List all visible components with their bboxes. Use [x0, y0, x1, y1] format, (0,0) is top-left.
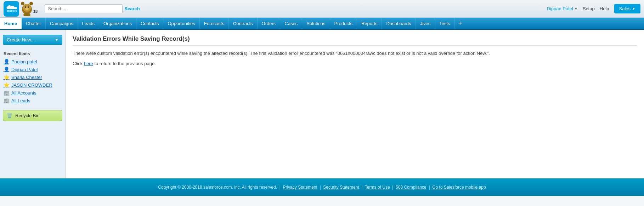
svg-point-5: [25, 6, 26, 8]
sidebar-item-poojan[interactable]: 👤 Poojan patel: [0, 58, 65, 65]
error-return: Click here to return to the previous pag…: [73, 60, 637, 68]
nav-item-chatter[interactable]: Chatter: [22, 18, 46, 29]
nav-item-dashboards[interactable]: Dashboards: [382, 18, 416, 29]
header: salesforce 18 Search Dippan Patel ▼: [0, 0, 644, 18]
sidebar-item-sharla[interactable]: ⭐ Sharla Chester: [0, 73, 65, 81]
nav-item-cases[interactable]: Cases: [280, 18, 302, 29]
error-title: Validation Errors While Saving Record(s): [73, 35, 637, 46]
privacy-statement-link[interactable]: Privacy Statement: [283, 185, 317, 190]
create-new-arrow: ▼: [55, 38, 58, 42]
contact-icon-poojan: 👤: [4, 59, 9, 64]
svg-point-6: [28, 6, 29, 8]
sales-arrow: ▼: [632, 7, 635, 11]
sales-button[interactable]: Sales ▼: [614, 4, 640, 13]
nav-item-products[interactable]: Products: [330, 18, 357, 29]
compliance-link[interactable]: 508 Compliance: [396, 185, 426, 190]
svg-point-1: [21, 2, 24, 5]
navbar: Home Chatter Campaigns Leads Organizatio…: [0, 18, 644, 30]
search-button[interactable]: Search: [124, 6, 140, 11]
return-link[interactable]: here: [84, 61, 93, 66]
nav-item-campaigns[interactable]: Campaigns: [46, 18, 78, 29]
nav-item-home[interactable]: Home: [0, 18, 22, 29]
nav-item-solutions[interactable]: Solutions: [302, 18, 330, 29]
nav-item-reports[interactable]: Reports: [357, 18, 382, 29]
nav-item-contacts[interactable]: Contacts: [136, 18, 163, 29]
user-menu-arrow: ▼: [574, 7, 578, 11]
nav-item-contracts[interactable]: Contracts: [229, 18, 258, 29]
recent-items-title: Recent Items: [0, 49, 65, 58]
nav-item-jives[interactable]: Jives: [416, 18, 435, 29]
user-menu[interactable]: Dippan Patel ▼: [547, 6, 577, 11]
nav-item-tests[interactable]: Tests: [435, 18, 454, 29]
recycle-bin-button[interactable]: 🗑️ Recycle Bin: [3, 110, 62, 121]
mascot-badge: 18: [21, 1, 38, 16]
nav-item-orders[interactable]: Orders: [258, 18, 281, 29]
search-input[interactable]: [45, 4, 123, 13]
logo-area: salesforce 18: [4, 1, 38, 17]
header-right: Dippan Patel ▼ Setup Help Sales ▼: [547, 4, 640, 13]
badge-number: 18: [33, 9, 38, 13]
mobile-app-link[interactable]: Go to Salesforce mobile app: [432, 185, 486, 190]
lead-icon-sharla: ⭐: [4, 74, 9, 80]
nav-item-leads[interactable]: Leads: [78, 18, 99, 29]
sidebar: Create New... ▼ Recent Items 👤 Poojan pa…: [0, 30, 66, 178]
recycle-bin-section: 🗑️ Recycle Bin: [3, 110, 62, 121]
nav-add-tab[interactable]: +: [455, 18, 466, 29]
account-icon: 🏢: [4, 90, 9, 96]
svg-text:salesforce: salesforce: [7, 9, 17, 12]
salesforce-logo: salesforce: [4, 1, 19, 17]
contact-icon-dippan: 👤: [4, 67, 9, 72]
content-area: Validation Errors While Saving Record(s)…: [66, 30, 644, 178]
sidebar-item-jason[interactable]: ⭐ JASON CROWDER: [0, 81, 65, 89]
create-new-button[interactable]: Create New... ▼: [3, 35, 62, 45]
leads-icon: 🏢: [4, 98, 9, 103]
terms-of-use-link[interactable]: Terms of Use: [365, 185, 390, 190]
help-link[interactable]: Help: [600, 6, 609, 11]
footer-copyright: Copyright © 2000-2018 salesforce.com, in…: [158, 185, 277, 190]
sidebar-item-dippan[interactable]: 👤 Dippan Patel: [0, 65, 65, 73]
recycle-bin-icon: 🗑️: [7, 113, 12, 118]
lead-icon-jason: ⭐: [4, 82, 9, 88]
setup-link[interactable]: Setup: [583, 6, 595, 11]
nav-item-organizations[interactable]: Organizations: [99, 18, 136, 29]
sidebar-item-all-leads[interactable]: 🏢 All Leads: [0, 97, 65, 104]
nav-item-forecasts[interactable]: Forecasts: [200, 18, 229, 29]
svg-point-7: [25, 7, 29, 10]
nav-item-opportunities[interactable]: Opportunities: [163, 18, 199, 29]
search-area: Search: [45, 4, 140, 13]
error-body: There were custom validation error(s) en…: [73, 50, 637, 57]
main: Create New... ▼ Recent Items 👤 Poojan pa…: [0, 30, 644, 178]
svg-point-2: [29, 2, 33, 5]
security-statement-link[interactable]: Security Statement: [323, 185, 359, 190]
footer: Copyright © 2000-2018 salesforce.com, in…: [0, 178, 644, 196]
sidebar-item-all-accounts[interactable]: 🏢 All Accounts: [0, 89, 65, 97]
